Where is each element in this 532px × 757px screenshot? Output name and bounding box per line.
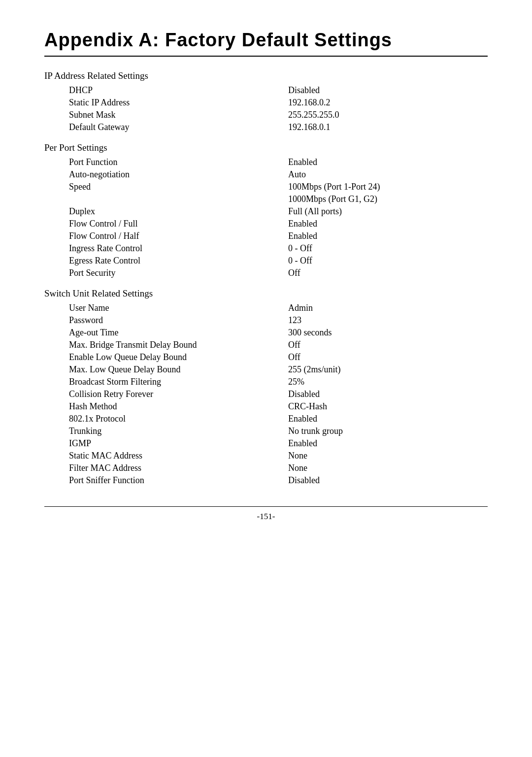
table-row: Port Sniffer FunctionDisabled <box>44 474 488 487</box>
setting-value: 25% <box>288 376 488 388</box>
setting-value: 255 (2ms/unit) <box>288 363 488 376</box>
setting-value: 300 seconds <box>288 327 488 339</box>
settings-table-per-port: Port FunctionEnabledAuto-negotiationAuto… <box>44 156 488 279</box>
setting-value: Enabled <box>288 156 488 168</box>
section-per-port: Per Port SettingsPort FunctionEnabledAut… <box>44 142 488 279</box>
setting-label: IGMP <box>44 437 288 450</box>
setting-label: Broadcast Storm Filtering <box>44 376 288 388</box>
setting-label: Default Gateway <box>44 121 288 133</box>
setting-value: 100Mbps (Port 1-Port 24) <box>288 181 488 193</box>
table-row: Max. Low Queue Delay Bound255 (2ms/unit) <box>44 363 488 376</box>
table-row: Egress Rate Control0 - Off <box>44 255 488 267</box>
table-row: Static MAC AddressNone <box>44 450 488 462</box>
setting-value: Admin <box>288 302 488 314</box>
section-header-ip-address: IP Address Related Settings <box>44 70 488 81</box>
setting-value: Enabled <box>288 437 488 450</box>
section-switch-unit: Switch Unit Related SettingsUser NameAdm… <box>44 288 488 487</box>
table-row: Password123 <box>44 314 488 327</box>
table-row: IGMPEnabled <box>44 437 488 450</box>
table-row: Auto-negotiationAuto <box>44 168 488 181</box>
table-row: 1000Mbps (Port G1, G2) <box>44 193 488 205</box>
setting-label: Speed <box>44 181 288 193</box>
setting-label: Max. Bridge Transmit Delay Bound <box>44 339 288 351</box>
table-row: Filter MAC AddressNone <box>44 462 488 474</box>
setting-label: Auto-negotiation <box>44 168 288 181</box>
setting-value: 192.168.0.2 <box>288 97 488 109</box>
table-row: Static IP Address192.168.0.2 <box>44 97 488 109</box>
setting-label: Max. Low Queue Delay Bound <box>44 363 288 376</box>
sections-container: IP Address Related SettingsDHCPDisabledS… <box>44 70 488 487</box>
setting-value: Auto <box>288 168 488 181</box>
setting-value: 1000Mbps (Port G1, G2) <box>288 193 488 205</box>
setting-value: 123 <box>288 314 488 327</box>
setting-value: 0 - Off <box>288 242 488 255</box>
setting-label: Trunking <box>44 425 288 437</box>
setting-label: Port Function <box>44 156 288 168</box>
settings-table-switch-unit: User NameAdminPassword123Age-out Time300… <box>44 302 488 487</box>
setting-value: Disabled <box>288 388 488 400</box>
setting-value: None <box>288 462 488 474</box>
table-row: DuplexFull (All ports) <box>44 205 488 218</box>
setting-label: Port Sniffer Function <box>44 474 288 487</box>
setting-label: Password <box>44 314 288 327</box>
table-row: Hash MethodCRC-Hash <box>44 400 488 413</box>
table-row: Ingress Rate Control0 - Off <box>44 242 488 255</box>
setting-value: Enabled <box>288 230 488 242</box>
setting-value: No trunk group <box>288 425 488 437</box>
page-title: Appendix A: Factory Default Settings <box>44 30 488 51</box>
section-ip-address: IP Address Related SettingsDHCPDisabledS… <box>44 70 488 133</box>
table-row: TrunkingNo trunk group <box>44 425 488 437</box>
setting-value: Enabled <box>288 218 488 230</box>
section-header-switch-unit: Switch Unit Related Settings <box>44 288 488 299</box>
setting-value: Full (All ports) <box>288 205 488 218</box>
setting-label: Collision Retry Forever <box>44 388 288 400</box>
table-row: Collision Retry ForeverDisabled <box>44 388 488 400</box>
setting-label: DHCP <box>44 84 288 97</box>
section-header-per-port: Per Port Settings <box>44 142 488 153</box>
setting-label: Enable Low Queue Delay Bound <box>44 351 288 363</box>
setting-label: Filter MAC Address <box>44 462 288 474</box>
table-row: User NameAdmin <box>44 302 488 314</box>
setting-label: Ingress Rate Control <box>44 242 288 255</box>
setting-value: None <box>288 450 488 462</box>
table-row: Subnet Mask255.255.255.0 <box>44 109 488 121</box>
setting-label: 802.1x Protocol <box>44 413 288 425</box>
setting-value: Disabled <box>288 84 488 97</box>
setting-label: Flow Control / Full <box>44 218 288 230</box>
setting-value: Enabled <box>288 413 488 425</box>
setting-value: CRC-Hash <box>288 400 488 413</box>
setting-label: Port Security <box>44 267 288 279</box>
table-row: DHCPDisabled <box>44 84 488 97</box>
table-row: Default Gateway192.168.0.1 <box>44 121 488 133</box>
setting-label: Static MAC Address <box>44 450 288 462</box>
table-row: Max. Bridge Transmit Delay BoundOff <box>44 339 488 351</box>
table-row: Port FunctionEnabled <box>44 156 488 168</box>
setting-value: Off <box>288 339 488 351</box>
setting-label <box>44 193 288 205</box>
setting-label: Static IP Address <box>44 97 288 109</box>
setting-value: 255.255.255.0 <box>288 109 488 121</box>
table-row: 802.1x ProtocolEnabled <box>44 413 488 425</box>
setting-label: Subnet Mask <box>44 109 288 121</box>
setting-label: Age-out Time <box>44 327 288 339</box>
table-row: Broadcast Storm Filtering25% <box>44 376 488 388</box>
table-row: Enable Low Queue Delay BoundOff <box>44 351 488 363</box>
setting-value: Off <box>288 267 488 279</box>
setting-value: 192.168.0.1 <box>288 121 488 133</box>
setting-label: Egress Rate Control <box>44 255 288 267</box>
settings-table-ip-address: DHCPDisabledStatic IP Address192.168.0.2… <box>44 84 488 133</box>
title-divider <box>44 56 488 57</box>
page-number: -151- <box>44 512 488 522</box>
table-row: Age-out Time300 seconds <box>44 327 488 339</box>
table-row: Port SecurityOff <box>44 267 488 279</box>
setting-label: Duplex <box>44 205 288 218</box>
setting-value: 0 - Off <box>288 255 488 267</box>
footer-divider <box>44 506 488 507</box>
setting-value: Disabled <box>288 474 488 487</box>
setting-value: Off <box>288 351 488 363</box>
table-row: Flow Control / HalfEnabled <box>44 230 488 242</box>
setting-label: Hash Method <box>44 400 288 413</box>
table-row: Flow Control / FullEnabled <box>44 218 488 230</box>
table-row: Speed100Mbps (Port 1-Port 24) <box>44 181 488 193</box>
setting-label: Flow Control / Half <box>44 230 288 242</box>
